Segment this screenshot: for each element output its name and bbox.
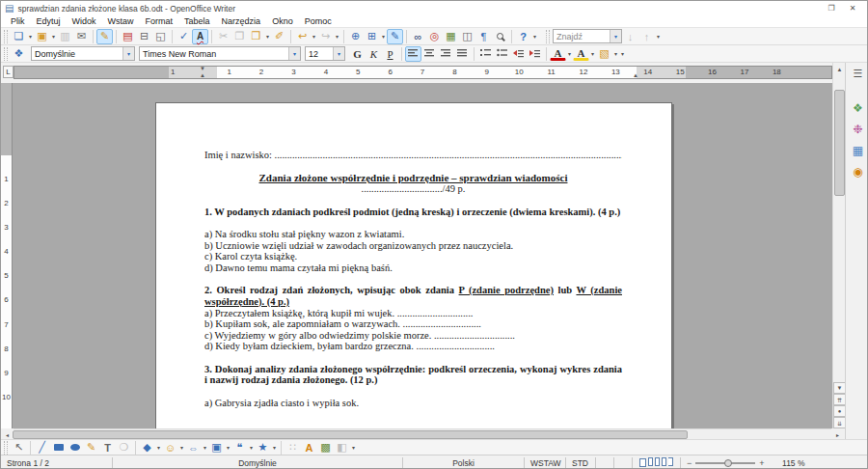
highlighting-dropdown[interactable]: ▾ (589, 46, 596, 62)
help-button[interactable]: ? (515, 29, 531, 44)
task2-item-b[interactable]: b) Kupiłam sok, ale zapomniałam o warzyw… (204, 318, 622, 330)
font-color-button[interactable]: A (550, 47, 566, 61)
print-button[interactable]: ⊟ (136, 29, 152, 44)
highlighting-button[interactable]: A (573, 47, 589, 61)
menu-wstaw[interactable]: Wstaw (102, 15, 140, 28)
first-line-indent-marker[interactable]: ▼ (200, 67, 205, 71)
numbered-list-button[interactable] (477, 46, 494, 62)
zoom-out-button[interactable]: − (687, 458, 692, 468)
zoom-button[interactable] (492, 29, 508, 44)
left-indent-marker[interactable]: ▲ (200, 73, 205, 78)
autospellcheck-button[interactable]: A (192, 29, 208, 44)
table-button[interactable]: ⊞ (364, 29, 380, 44)
task1-item-b[interactable]: b) Uczniowie wzięli udział w zawodach or… (204, 240, 622, 252)
find-replace-button[interactable]: ∞ (410, 29, 426, 44)
score-line[interactable]: ................................/49 p. (204, 183, 622, 195)
open-dropdown[interactable]: ▾ (50, 29, 57, 44)
tab-stop-selector[interactable]: L (3, 66, 14, 78)
insert-mode-indicator[interactable]: WSTAW (525, 455, 565, 469)
bullet-list-button[interactable] (494, 46, 510, 62)
right-indent-marker[interactable]: ▲ (633, 73, 638, 78)
hyperlink-button[interactable]: ⊕ (347, 29, 364, 44)
open-button[interactable]: ▣ (34, 29, 50, 44)
task1-item-a[interactable]: a) Na środku stołu stał piękny wazon z k… (204, 229, 622, 240)
navigator-button[interactable]: ◎ (426, 29, 443, 44)
formatting-toolbar-overflow[interactable]: ▾ (619, 46, 626, 62)
italic-button[interactable]: K (366, 46, 382, 62)
restore-button[interactable]: ❐ (821, 2, 842, 14)
sidebar-styles-tab[interactable]: ❉ (846, 119, 868, 140)
vertical-ruler[interactable]: 12345678910 (1, 83, 13, 428)
find-toolbar-overflow[interactable]: ▾ (655, 29, 662, 44)
nonprinting-characters-button[interactable]: ¶ (475, 29, 492, 44)
page-preview-button[interactable]: ◱ (152, 29, 169, 44)
redo-dropdown[interactable]: ▾ (334, 29, 340, 44)
horizontal-scroll-thumb[interactable] (13, 430, 688, 439)
callouts-dropdown[interactable]: ▾ (248, 440, 255, 455)
underline-button[interactable]: P (382, 46, 398, 62)
toolbar-overflow[interactable]: ▾ (531, 29, 538, 44)
find-combo-caret[interactable]: ▾ (610, 30, 621, 42)
task2-heading[interactable]: 2. Określ rodzaj zdań złożonych, wpisują… (204, 285, 622, 308)
page-style-indicator[interactable]: Domyślnie (113, 455, 402, 469)
bold-button[interactable]: G (349, 46, 366, 62)
callouts-button[interactable]: ❝ (231, 441, 248, 455)
fontwork-gallery-button[interactable]: A (301, 441, 317, 455)
font-color-dropdown[interactable]: ▾ (566, 46, 573, 62)
align-center-button[interactable] (421, 46, 438, 62)
background-color-button[interactable]: ▧ (596, 46, 612, 62)
basic-shapes-dropdown[interactable]: ▾ (155, 440, 162, 455)
menu-format[interactable]: Format (140, 15, 179, 28)
rectangle-button[interactable] (50, 441, 67, 455)
basic-shapes-button[interactable]: ◆ (139, 441, 155, 455)
task1-item-c[interactable]: c) Karol czyta książkę. (204, 251, 622, 262)
freeform-line-button[interactable]: ✎ (83, 441, 99, 455)
sidebar-settings-button[interactable]: ☰ (846, 63, 868, 84)
zoom-slider-knob[interactable] (724, 459, 732, 467)
find-previous-button[interactable]: ↑ (638, 29, 655, 44)
insert-image-button[interactable]: ▩ (317, 441, 334, 455)
paragraph-style-caret[interactable]: ▾ (122, 47, 134, 60)
block-arrows-dropdown[interactable]: ▾ (202, 440, 208, 455)
toolbar-grip[interactable] (4, 30, 8, 43)
task1-heading[interactable]: 1. W podanych zdaniach podkreśl podmiot … (204, 207, 622, 218)
paste-dropdown[interactable]: ▾ (264, 29, 271, 44)
justify-button[interactable] (454, 46, 471, 62)
draw-functions-button[interactable]: ✎ (387, 29, 403, 44)
edit-mode-button[interactable]: ✎ (96, 29, 113, 44)
align-left-button[interactable] (405, 46, 421, 62)
font-size-combo[interactable]: 12 ▾ (305, 46, 345, 61)
line-button[interactable]: ╱ (34, 441, 50, 455)
export-pdf-button[interactable]: ▤ (120, 29, 136, 44)
new-document-button[interactable]: ❏ (11, 29, 27, 44)
zoom-percentage[interactable]: 115 % (771, 455, 811, 469)
font-name-caret[interactable]: ▾ (288, 47, 300, 60)
page-indicator[interactable]: Strona 1 / 2 (1, 455, 112, 469)
menu-edytuj[interactable]: Edytuj (31, 15, 67, 28)
drawing-toolbar-overflow[interactable]: ▾ (350, 440, 357, 455)
zoom-in-button[interactable]: + (759, 458, 764, 468)
vertical-scrollbar[interactable]: ▲ ▼ ⇈ ● ⇊ (832, 63, 845, 428)
menu-plik[interactable]: Plik (5, 15, 31, 28)
menu-tabela[interactable]: Tabela (178, 15, 216, 28)
name-line[interactable]: Imię i nazwisko: .......................… (204, 150, 622, 161)
find-toolbar-grip[interactable] (546, 30, 550, 43)
find-next-button[interactable]: ↓ (622, 29, 638, 44)
sidebar-properties-tab[interactable]: ❖ (846, 97, 868, 119)
styles-formatting-button[interactable]: ❖ (11, 46, 27, 62)
sidebar-gallery-tab[interactable]: ▦ (846, 140, 868, 161)
font-size-caret[interactable]: ▾ (333, 47, 344, 60)
menu-narzedzia[interactable]: Narzędzia (216, 15, 267, 28)
horizontal-ruler[interactable]: 1 123456789101112131415161718 ▼ ▲ ▲ (14, 66, 832, 79)
toolbar-grip[interactable] (4, 47, 8, 61)
background-color-dropdown[interactable]: ▾ (612, 46, 619, 62)
vertical-scroll-thumb[interactable] (834, 90, 845, 196)
new-dropdown[interactable]: ▾ (27, 29, 34, 44)
align-right-button[interactable] (438, 46, 454, 62)
toolbar-grip[interactable] (4, 441, 8, 455)
spellcheck-button[interactable]: ✓ (176, 29, 192, 44)
horizontal-scrollbar[interactable]: ◂ ▸ (1, 428, 844, 439)
book-view-button[interactable] (661, 457, 674, 468)
task3-heading[interactable]: 3. Dokonaj analizy zdania złożonego wspó… (204, 364, 622, 387)
symbol-shapes-button[interactable]: ☺ (162, 441, 178, 455)
